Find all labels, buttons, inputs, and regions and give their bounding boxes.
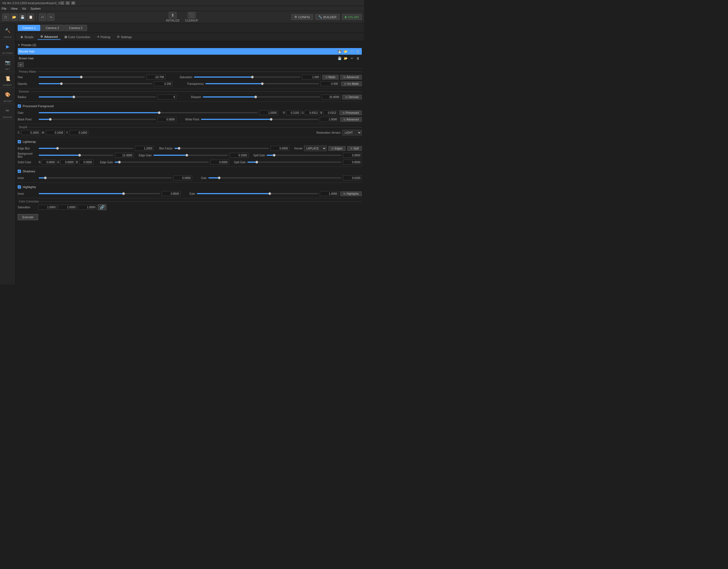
bg-blur-slider[interactable] [39, 155, 113, 156]
radius-input[interactable] [158, 95, 176, 99]
redo-button[interactable]: ↪ [47, 14, 54, 21]
spill-gain1-slider[interactable] [267, 155, 341, 156]
edges-button[interactable]: ⊞ Edges [328, 146, 345, 151]
camera-tab-2[interactable]: Camera 2 [41, 25, 64, 31]
edge-gain2-slider[interactable] [115, 162, 209, 163]
minimize-button[interactable]: ─ [60, 1, 64, 5]
preset-delete-1[interactable]: 🗑 [355, 56, 361, 61]
b-input[interactable] [323, 110, 338, 115]
preset-edit-1[interactable]: ✏ [349, 56, 355, 61]
initialize-action[interactable]: ⬆ INITIALIZE [166, 12, 179, 22]
menu-file[interactable]: File [2, 7, 7, 10]
highlights-checkbox[interactable] [18, 185, 21, 189]
gain-input[interactable] [259, 110, 278, 115]
tab-advanced[interactable]: ⚙ Advanced [38, 34, 61, 40]
spill-gain2-input[interactable] [343, 160, 362, 165]
saturation-input[interactable] [302, 75, 321, 80]
preset-add-button[interactable]: + [18, 62, 24, 67]
camera-tab-3[interactable]: Camera 3 [64, 25, 87, 31]
m-input[interactable] [46, 130, 65, 135]
shadows-gain-input[interactable] [343, 175, 362, 180]
actions-button[interactable]: ▶ [2, 41, 13, 51]
builder-button[interactable]: 🔧 BUILDER [315, 14, 340, 20]
preset-delete-0[interactable]: 🗑 [355, 49, 361, 54]
save-button[interactable]: 💾 [19, 14, 26, 21]
kernel-dropdown[interactable]: LAPLACE SOBEL GAUSSIAN [304, 146, 327, 151]
menu-view[interactable]: View [11, 7, 18, 10]
set-button[interactable]: 📷 [2, 57, 13, 67]
processed-button[interactable]: ⊞ Processed [339, 111, 362, 115]
config-button[interactable]: ⚙ CONFIG [291, 14, 313, 20]
sharpen-slider[interactable] [203, 96, 320, 98]
edge-gain1-input[interactable] [230, 153, 248, 158]
preset-row-1[interactable]: Brown Hair 💾 📂 ✏ 🗑 [18, 55, 362, 62]
processed-fg-checkbox[interactable] [18, 104, 21, 108]
y-input[interactable] [70, 130, 88, 135]
menu-viz[interactable]: Viz [22, 7, 26, 10]
edge-blur-slider[interactable] [39, 148, 133, 149]
menu-system[interactable]: System [30, 7, 41, 10]
solid-r-input[interactable] [42, 160, 56, 165]
preset-folder-0[interactable]: 📂 [343, 49, 349, 54]
on-air-button[interactable]: ▶ ON-AIR [342, 14, 362, 20]
highlights-inner-input[interactable] [162, 191, 180, 196]
save-as-button[interactable]: 📋 [27, 14, 34, 21]
bg-blur-input[interactable] [115, 153, 134, 158]
c-input[interactable] [21, 130, 40, 135]
presets-header[interactable]: ▼ Presets (2) [18, 42, 362, 48]
matte-button[interactable]: ⊞ Matte [322, 75, 339, 80]
script-button[interactable]: 📜 [2, 74, 13, 83]
highlights-gain-input[interactable] [320, 191, 339, 196]
preset-save-1[interactable]: 💾 [337, 56, 342, 61]
white-point-input[interactable] [320, 117, 339, 122]
edge-gain1-slider[interactable] [153, 155, 228, 156]
tab-color-correction[interactable]: ▦ Color Correction [62, 34, 93, 40]
tools-button[interactable]: 🔨 [2, 25, 13, 35]
sharpen-input[interactable] [322, 95, 341, 99]
blur-factor-slider[interactable] [174, 148, 269, 149]
solid-b-input[interactable] [79, 160, 93, 165]
g-input[interactable] [305, 110, 319, 115]
camera-tab-1[interactable]: Camera 1 [18, 25, 40, 31]
edge-gain2-input[interactable] [210, 160, 229, 165]
open-button[interactable]: 📂 [11, 14, 18, 21]
design-button[interactable]: ✏ [2, 106, 13, 116]
cc-saturation-input-3[interactable] [78, 205, 97, 210]
shadows-gain-slider[interactable] [208, 177, 341, 179]
lightwrap-checkbox[interactable] [18, 140, 21, 143]
blur-factor-input[interactable] [271, 146, 289, 151]
tab-picking[interactable]: ✛ Picking [94, 34, 113, 40]
solid-g-input[interactable] [61, 160, 75, 165]
highlights-gain-slider[interactable] [197, 193, 318, 194]
tab-simple[interactable]: ◉ Simple [18, 34, 36, 40]
white-point-slider[interactable] [201, 119, 318, 120]
hue-input[interactable] [146, 75, 165, 80]
close-button[interactable]: ✕ [71, 1, 75, 5]
black-point-input[interactable] [158, 117, 176, 122]
black-point-slider[interactable] [39, 119, 156, 120]
preset-row-0[interactable]: Blonde Hair 💾 📂 ✏ 🗑 [18, 48, 362, 55]
opacity-input[interactable] [154, 81, 173, 86]
shadows-checkbox[interactable] [18, 170, 21, 173]
transparency-slider[interactable] [205, 83, 319, 84]
tab-settings[interactable]: ⚙ Settings [114, 34, 135, 40]
spill-gain2-slider[interactable] [247, 162, 341, 163]
r-input[interactable] [286, 110, 300, 115]
shadows-inner-input[interactable] [173, 175, 192, 180]
preset-save-0[interactable]: 💾 [337, 49, 342, 54]
cleanup-action[interactable]: ⬛ CLEANUP [185, 12, 198, 22]
preset-edit-0[interactable]: ✏ [349, 49, 355, 54]
cc-saturation-input-1[interactable] [38, 205, 57, 210]
gain-slider[interactable] [39, 112, 258, 113]
radius-slider[interactable] [39, 96, 156, 98]
execute-button[interactable]: Execute [18, 214, 38, 220]
highlights-inner-slider[interactable] [39, 193, 160, 194]
hue-slider[interactable] [39, 77, 145, 78]
shadows-inner-slider[interactable] [39, 177, 172, 179]
opacity-slider[interactable] [39, 83, 152, 84]
highlights-button[interactable]: ⊞ Highlights [340, 192, 362, 196]
restoration-dropdown[interactable]: LIGHT MEDIUM HEAVY [342, 130, 362, 135]
spill-button[interactable]: ⊞ Spill [347, 146, 362, 151]
cc-saturation-input-2[interactable] [58, 205, 77, 210]
cc-link-button[interactable]: 🔗 [98, 204, 106, 210]
